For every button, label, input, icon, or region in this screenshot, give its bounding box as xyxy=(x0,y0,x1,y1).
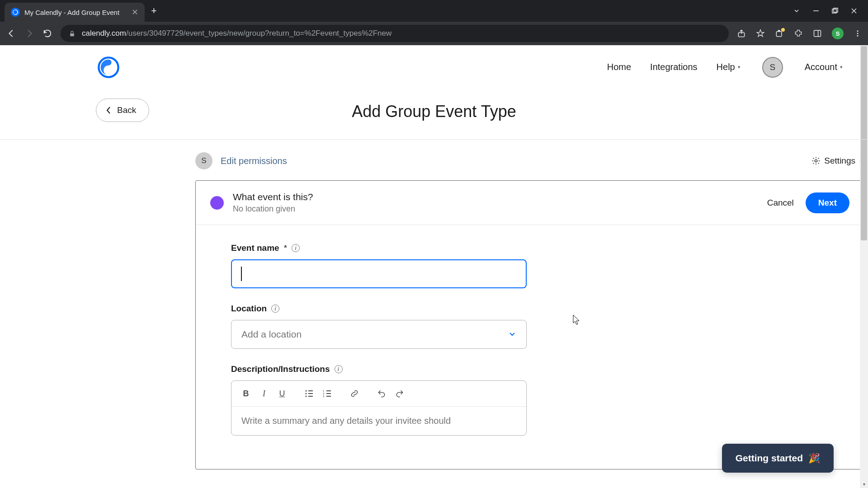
lock-icon xyxy=(69,30,75,37)
getting-started-label: Getting started xyxy=(736,453,803,464)
url-field[interactable]: calendly.com/users/30497729/event_types/… xyxy=(61,25,729,42)
nav-account[interactable]: Account ▾ xyxy=(805,62,843,72)
permissions-row: S Edit permissions Settings xyxy=(195,152,864,169)
svg-point-16 xyxy=(815,160,817,162)
calendly-logo-icon[interactable] xyxy=(97,56,120,79)
event-card: What event is this? No location given Ca… xyxy=(195,180,864,469)
edit-permissions-link[interactable]: Edit permissions xyxy=(221,156,287,166)
required-mark: * xyxy=(284,243,287,253)
location-select[interactable]: Add a location xyxy=(231,320,527,349)
app-header: Home Integrations Help ▾ S Account ▾ xyxy=(0,45,868,89)
caret-down-icon: ▾ xyxy=(840,64,843,70)
svg-rect-8 xyxy=(776,32,782,37)
italic-button[interactable]: I xyxy=(256,385,272,402)
chevron-down-icon xyxy=(508,330,516,338)
minimize-icon[interactable] xyxy=(813,7,819,14)
chevron-left-icon xyxy=(105,106,112,114)
svg-text:3: 3 xyxy=(323,395,325,398)
sidepanel-icon[interactable] xyxy=(813,29,822,38)
window-controls xyxy=(793,7,868,14)
svg-rect-6 xyxy=(70,33,74,36)
settings-label: Settings xyxy=(824,156,855,166)
redo-button[interactable] xyxy=(392,385,408,402)
event-color-dot xyxy=(210,196,224,210)
address-bar: calendly.com/users/30497729/event_types/… xyxy=(0,22,868,45)
extensions-icon[interactable] xyxy=(794,29,803,38)
nav-home[interactable]: Home xyxy=(607,62,631,72)
url-text: calendly.com/users/30497729/event_types/… xyxy=(82,29,392,38)
kebab-menu-icon[interactable] xyxy=(854,29,862,38)
card-header: What event is this? No location given Ca… xyxy=(196,181,864,225)
svg-rect-9 xyxy=(778,30,780,32)
underline-button[interactable]: U xyxy=(274,385,290,402)
location-label: Location xyxy=(231,304,267,314)
svg-point-13 xyxy=(857,33,859,34)
text-cursor xyxy=(241,267,242,281)
close-tab-icon[interactable]: ✕ xyxy=(132,7,138,17)
profile-avatar[interactable]: S xyxy=(832,28,844,39)
event-name-field: Event name * i xyxy=(231,243,829,288)
editor-toolbar: B I U 123 xyxy=(231,381,526,407)
card-title: What event is this? xyxy=(233,192,767,202)
close-window-icon[interactable] xyxy=(851,7,857,14)
undo-button[interactable] xyxy=(373,385,390,402)
maximize-icon[interactable] xyxy=(832,7,838,14)
numbered-list-button[interactable]: 123 xyxy=(319,385,335,402)
scrollbar-down-icon[interactable]: ▾ xyxy=(860,480,868,488)
card-subtitle: No location given xyxy=(233,204,767,214)
tab-bar: My Calendly - Add Group Event ✕ + xyxy=(0,0,868,22)
bullet-list-button[interactable] xyxy=(301,385,317,402)
favicon-icon xyxy=(11,8,20,17)
back-label: Back xyxy=(117,105,136,115)
page-header: Back Add Group Event Type xyxy=(0,89,868,140)
caret-down-icon: ▾ xyxy=(738,64,741,70)
description-label: Description/Instructions xyxy=(231,364,330,374)
location-field: Location i Add a location xyxy=(231,304,829,349)
bookmark-icon[interactable] xyxy=(756,29,765,38)
description-textarea[interactable]: Write a summary and any details your inv… xyxy=(231,407,526,435)
share-icon[interactable] xyxy=(737,29,746,38)
nav-help-label: Help xyxy=(717,62,735,72)
forward-nav-icon[interactable] xyxy=(24,28,34,38)
info-icon[interactable]: i xyxy=(292,244,300,252)
nav-help[interactable]: Help ▾ xyxy=(717,62,741,72)
gear-icon xyxy=(811,156,821,165)
party-popper-icon: 🎉 xyxy=(808,453,820,464)
svg-point-21 xyxy=(305,395,307,397)
back-button[interactable]: Back xyxy=(96,99,149,122)
event-name-input[interactable] xyxy=(231,259,527,288)
svg-point-17 xyxy=(305,390,307,391)
scrollbar-thumb[interactable] xyxy=(861,46,867,240)
svg-point-14 xyxy=(857,35,859,37)
location-placeholder: Add a location xyxy=(241,329,302,340)
nav-account-label: Account xyxy=(805,62,837,72)
description-editor: B I U 123 Write a summary an xyxy=(231,380,527,436)
getting-started-widget[interactable]: Getting started 🎉 xyxy=(722,444,834,473)
description-field: Description/Instructions i B I U 123 xyxy=(231,364,829,436)
bold-button[interactable]: B xyxy=(238,385,254,402)
permissions-avatar: S xyxy=(195,152,212,169)
next-button[interactable]: Next xyxy=(806,192,849,213)
reload-icon[interactable] xyxy=(42,28,52,38)
info-icon[interactable]: i xyxy=(335,365,343,373)
event-name-label: Event name xyxy=(231,243,279,253)
svg-rect-10 xyxy=(814,30,821,36)
svg-point-12 xyxy=(857,30,859,32)
header-avatar[interactable]: S xyxy=(762,57,783,78)
browser-tab[interactable]: My Calendly - Add Group Event ✕ xyxy=(5,3,145,22)
settings-link[interactable]: Settings xyxy=(811,156,864,166)
cancel-button[interactable]: Cancel xyxy=(767,198,794,208)
link-button[interactable] xyxy=(346,385,363,402)
new-tab-button[interactable]: + xyxy=(151,5,157,17)
nav-integrations[interactable]: Integrations xyxy=(650,62,698,72)
tab-search-icon[interactable] xyxy=(793,7,800,14)
tab-title: My Calendly - Add Group Event xyxy=(24,9,127,16)
back-nav-icon[interactable] xyxy=(6,28,16,38)
svg-point-19 xyxy=(305,393,307,394)
info-icon[interactable]: i xyxy=(271,305,279,313)
extension-notif-icon[interactable] xyxy=(775,29,784,38)
